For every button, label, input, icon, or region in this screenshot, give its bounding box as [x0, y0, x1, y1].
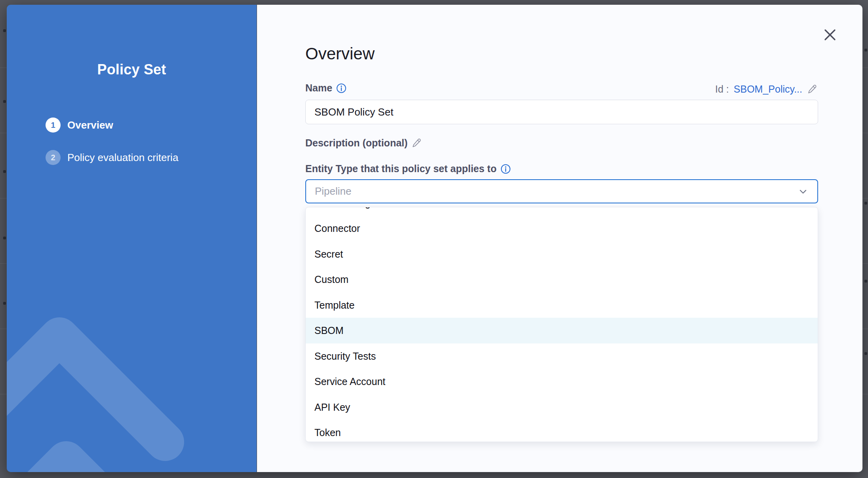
dropdown-option-partial[interactable]: Feature Flag	[306, 207, 818, 216]
entity-type-dropdown-menu: Feature Flag ConnectorSecretCustomTempla…	[305, 207, 818, 442]
policy-set-modal: Policy Set 1 Overview 2 Policy evaluatio…	[7, 5, 862, 472]
entity-type-label: Entity Type that this policy set applies…	[305, 163, 497, 175]
entity-id-row: Id : SBOM_Policy...	[715, 83, 818, 95]
backdrop-bullet	[864, 202, 867, 205]
edit-id-pencil-icon[interactable]	[807, 84, 818, 95]
backdrop-bullet	[864, 49, 867, 51]
info-icon[interactable]	[501, 164, 511, 174]
description-label: Description (optional)	[305, 137, 407, 149]
dropdown-option[interactable]: Service Account	[306, 369, 818, 395]
step-2-label: Policy evaluation criteria	[67, 152, 178, 164]
backdrop-bullet	[3, 29, 6, 32]
modal-title: Policy Set	[7, 61, 257, 78]
dropdown-option[interactable]: SBOM	[306, 318, 818, 343]
backdrop-bullet	[3, 302, 6, 305]
backdrop-bullet	[864, 280, 867, 283]
overview-step-panel: Overview Name Id : SBOM_Policy... Descri…	[257, 5, 862, 472]
dropdown-option[interactable]: Template	[306, 292, 818, 318]
backdrop-bullet	[864, 352, 867, 355]
chevron-down-icon	[798, 186, 809, 197]
info-icon[interactable]	[336, 83, 346, 93]
entity-type-placeholder: Pipeline	[315, 185, 798, 197]
stepper-sidebar: Policy Set 1 Overview 2 Policy evaluatio…	[7, 5, 257, 472]
dropdown-option[interactable]: Connector	[306, 216, 818, 241]
name-label: Name	[305, 82, 332, 94]
id-value-link[interactable]: SBOM_Policy...	[734, 83, 802, 95]
id-prefix-label: Id :	[715, 83, 729, 95]
name-input[interactable]	[305, 100, 818, 124]
stepper-item-policy-evaluation-criteria[interactable]: 2 Policy evaluation criteria	[46, 150, 178, 165]
edit-description-pencil-icon[interactable]	[411, 138, 422, 148]
backdrop-bullet	[3, 170, 6, 173]
step-2-number-badge: 2	[46, 150, 61, 165]
dropdown-option-list: ConnectorSecretCustomTemplateSBOMSecurit…	[306, 216, 818, 442]
dropdown-option[interactable]: Security Tests	[306, 343, 818, 369]
page-title: Overview	[305, 44, 375, 63]
entity-type-select[interactable]: Pipeline	[305, 179, 818, 203]
close-icon[interactable]	[823, 28, 837, 42]
backdrop-bullet	[3, 237, 6, 239]
backdrop-bullet	[3, 100, 6, 103]
step-1-label: Overview	[67, 119, 113, 131]
step-1-number-badge: 1	[46, 118, 61, 133]
dropdown-option[interactable]: Custom	[306, 267, 818, 292]
stepper-item-overview[interactable]: 1 Overview	[46, 118, 113, 133]
dropdown-option[interactable]: Secret	[306, 241, 818, 267]
dropdown-option[interactable]: API Key	[306, 395, 818, 420]
dropdown-option[interactable]: Token	[306, 420, 818, 442]
